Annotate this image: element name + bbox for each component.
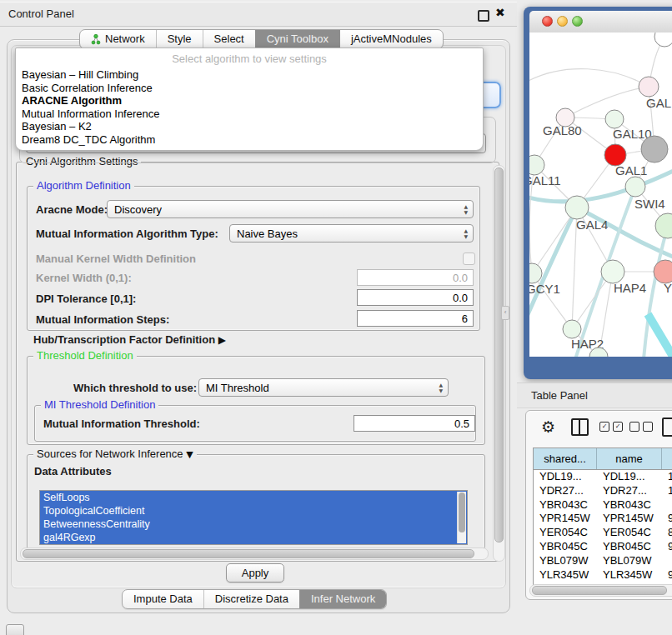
mi-steps-field[interactable]: 6	[357, 310, 474, 327]
network-canvas[interactable]: GALGAL80GAL10GAL1GAL11SWI4GAL4GCY1HAP4YH…	[529, 32, 672, 357]
network-node[interactable]	[625, 177, 645, 197]
table-row[interactable]: YER054CYER054C8.	[534, 526, 672, 540]
table-horizontal-scrollbar[interactable]	[529, 584, 672, 597]
table-row[interactable]: YBR045CYBR045C9.	[534, 540, 672, 554]
table-row[interactable]: YBR043CYBR043C	[534, 498, 672, 512]
tab-cyni-toolbox[interactable]: Cyni Toolbox	[255, 30, 339, 48]
network-window-titlebar[interactable]	[529, 11, 672, 33]
table-cell[interactable]: YBR045C	[597, 540, 662, 554]
table-cell[interactable]: 12	[662, 484, 672, 498]
network-node[interactable]	[529, 155, 544, 175]
network-edge[interactable]	[529, 69, 649, 87]
network-node[interactable]	[639, 77, 659, 97]
algorithm-option[interactable]: Mutual Information Inference	[16, 108, 483, 121]
algorithm-option[interactable]: Bayesian – Hill Climbing	[16, 68, 483, 82]
data-attribute-item[interactable]: gal4RGexp	[40, 531, 467, 544]
column-selector-icon[interactable]	[571, 418, 589, 436]
select-all-icon[interactable]: ✓✓	[599, 422, 623, 432]
mi-threshold-field[interactable]: 0.5	[354, 415, 475, 432]
table-cell[interactable]: YDR27...	[534, 484, 597, 498]
network-node[interactable]	[641, 136, 668, 162]
tab-select[interactable]: Select	[203, 30, 255, 48]
table-cell[interactable]: 9.	[662, 540, 672, 554]
table-cell[interactable]: YER054C	[534, 526, 597, 540]
float-panel-icon[interactable]	[478, 10, 489, 22]
table-cell[interactable]: YBR043C	[534, 498, 597, 512]
table-cell[interactable]: YBL079W	[534, 554, 597, 568]
minimize-window-icon[interactable]	[557, 16, 568, 27]
data-attribute-item[interactable]: TopologicalCoefficient	[40, 504, 467, 518]
export-table-icon[interactable]	[662, 418, 672, 437]
close-panel-icon[interactable]: ✖	[495, 6, 505, 19]
table-cell[interactable]: YLR345W	[597, 568, 662, 582]
data-attribute-item[interactable]: BetweennessCentrality	[40, 518, 467, 531]
network-view-window[interactable]: GALGAL80GAL10GAL1GAL11SWI4GAL4GCY1HAP4YH…	[524, 7, 672, 379]
list-scrollbar[interactable]	[457, 492, 466, 543]
data-attribute-item[interactable]: SelfLoops	[40, 491, 467, 504]
table-cell[interactable]: YLR345W	[534, 568, 597, 582]
which-threshold-combo[interactable]: MI Threshold ▲▼	[198, 378, 449, 397]
tab-discretize-data[interactable]: Discretize Data	[203, 590, 299, 608]
table-cell[interactable]: YBR043C	[597, 498, 662, 512]
column-header[interactable]: name	[597, 448, 662, 469]
column-header[interactable]: shared...	[534, 448, 597, 469]
table-cell[interactable]: YPR145W	[534, 512, 597, 526]
panel-divider-grip[interactable]: ‹	[501, 306, 509, 320]
settings-vertical-scrollbar[interactable]	[493, 165, 505, 562]
table-cell[interactable]	[662, 498, 672, 512]
table-horizontal-scrollbar-thumb[interactable]	[532, 586, 667, 595]
tab-network[interactable]: Network	[80, 30, 156, 48]
mi-algorithm-type-combo[interactable]: Naive Bayes ▲▼	[229, 224, 474, 242]
list-scrollbar-thumb[interactable]	[459, 492, 465, 532]
table-row[interactable]: YLR345WYLR345W9.	[534, 568, 672, 582]
kernel-width-field[interactable]: 0.0	[357, 269, 474, 286]
network-node[interactable]	[563, 320, 581, 338]
tab-style[interactable]: Style	[156, 30, 203, 48]
table-row[interactable]: YPR145WYPR145W9.	[534, 512, 672, 526]
table-cell[interactable]: YPR145W	[597, 512, 662, 526]
tab-jactivemnodules[interactable]: jActiveMNodules	[339, 30, 443, 48]
algorithm-option[interactable]: ARACNE Algorithm	[16, 94, 483, 108]
tab-impute-data[interactable]: Impute Data	[123, 590, 203, 608]
network-node[interactable]	[565, 196, 589, 219]
table-cell[interactable]: YDL19...	[597, 470, 662, 484]
network-node[interactable]	[605, 110, 624, 128]
table-cell[interactable]: 13	[662, 470, 672, 484]
settings-vertical-scrollbar-thumb[interactable]	[494, 168, 504, 542]
settings-horizontal-scrollbar-thumb[interactable]	[23, 549, 474, 558]
table-cell[interactable]: YBR045C	[534, 540, 597, 554]
table-cell[interactable]: 9.	[662, 568, 672, 582]
dpi-tolerance-field[interactable]: 0.0	[357, 289, 474, 306]
settings-horizontal-scrollbar[interactable]	[20, 548, 489, 560]
table-cell[interactable]: YDL19...	[534, 470, 597, 484]
aracne-mode-combo[interactable]: Discovery ▲▼	[107, 200, 474, 218]
algorithm-option[interactable]: Dream8 DC_TDC Algorithm	[16, 133, 483, 147]
table-cell[interactable]: 8.	[662, 526, 672, 540]
zoom-window-icon[interactable]	[572, 16, 583, 27]
table-cell[interactable]: YBL079W	[597, 554, 662, 568]
column-header[interactable]: A	[662, 448, 672, 469]
collapsed-panel-button[interactable]	[6, 624, 24, 635]
deselect-all-icon[interactable]	[629, 422, 653, 432]
hub-definition-toggle[interactable]: Hub/Transcription Factor Definition ▶	[33, 332, 226, 348]
table-cell[interactable]: YDR27...	[597, 484, 662, 498]
table-row[interactable]: YDR27...YDR27...12	[534, 484, 672, 498]
table-cell[interactable]: 9.	[662, 512, 672, 526]
gear-icon[interactable]: ⚙	[541, 417, 555, 437]
network-node[interactable]	[601, 260, 624, 283]
table-row[interactable]: YBL079WYBL079W	[534, 554, 672, 568]
data-attributes-list[interactable]: SelfLoopsTopologicalCoefficientBetweenne…	[39, 490, 468, 545]
tab-infer-network[interactable]: Infer Network	[299, 590, 386, 608]
network-node[interactable]	[655, 213, 672, 238]
table-row[interactable]: YDL19...YDL19...13	[534, 470, 672, 484]
algorithm-option[interactable]: Basic Correlation Inference	[16, 82, 483, 95]
table-cell[interactable]	[662, 554, 672, 568]
network-node[interactable]	[529, 263, 542, 283]
algorithm-option[interactable]: Bayesian – K2	[16, 120, 483, 133]
apply-button[interactable]: Apply	[226, 563, 284, 582]
network-edge[interactable]	[565, 87, 649, 118]
table-cell[interactable]: YER054C	[597, 526, 662, 540]
sources-title[interactable]: Sources for Network Inference ▼	[33, 448, 197, 460]
close-window-icon[interactable]	[542, 16, 553, 27]
manual-kernel-width-checkbox[interactable]	[463, 252, 475, 265]
